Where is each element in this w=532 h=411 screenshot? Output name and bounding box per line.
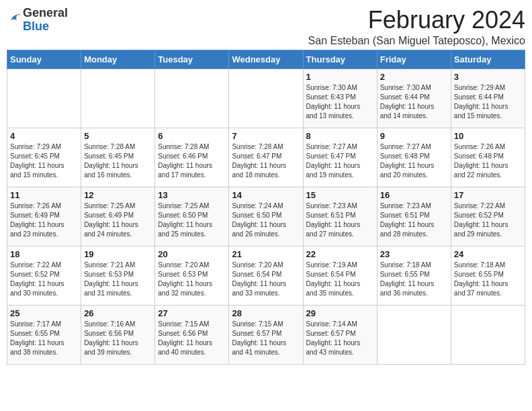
calendar-cell bbox=[7, 68, 81, 128]
day-of-week-header: Friday bbox=[377, 50, 451, 68]
day-info: Sunrise: 7:25 AMSunset: 6:50 PMDaylight:… bbox=[158, 201, 226, 239]
day-info: Sunrise: 7:28 AMSunset: 6:45 PMDaylight:… bbox=[84, 142, 152, 180]
day-number: 27 bbox=[158, 308, 226, 318]
calendar-week-row: 1Sunrise: 7:30 AMSunset: 6:43 PMDaylight… bbox=[7, 68, 525, 128]
day-info: Sunrise: 7:17 AMSunset: 6:55 PMDaylight:… bbox=[10, 320, 78, 357]
calendar-cell bbox=[155, 68, 229, 128]
day-of-week-header: Wednesday bbox=[229, 50, 303, 68]
calendar-cell: 22Sunrise: 7:19 AMSunset: 6:54 PMDayligh… bbox=[303, 246, 377, 305]
day-number: 12 bbox=[84, 190, 152, 200]
title-area: February 2024 San Esteban (San Miguel Ta… bbox=[68, 7, 525, 47]
calendar-cell: 6Sunrise: 7:28 AMSunset: 6:46 PMDaylight… bbox=[155, 128, 229, 187]
day-number: 10 bbox=[454, 131, 522, 141]
day-info: Sunrise: 7:26 AMSunset: 6:48 PMDaylight:… bbox=[454, 142, 522, 180]
day-of-week-header: Monday bbox=[81, 50, 155, 68]
day-info: Sunrise: 7:18 AMSunset: 6:55 PMDaylight:… bbox=[380, 261, 448, 298]
calendar-cell: 28Sunrise: 7:15 AMSunset: 6:57 PMDayligh… bbox=[229, 305, 303, 364]
day-number: 29 bbox=[306, 308, 374, 318]
day-of-week-header: Thursday bbox=[303, 50, 377, 68]
day-info: Sunrise: 7:15 AMSunset: 6:56 PMDaylight:… bbox=[158, 320, 226, 357]
day-info: Sunrise: 7:15 AMSunset: 6:57 PMDaylight:… bbox=[232, 320, 300, 357]
calendar-cell: 10Sunrise: 7:26 AMSunset: 6:48 PMDayligh… bbox=[451, 128, 525, 187]
month-title: February 2024 bbox=[81, 7, 525, 34]
day-number: 3 bbox=[454, 72, 522, 82]
calendar-cell: 25Sunrise: 7:17 AMSunset: 6:55 PMDayligh… bbox=[7, 305, 81, 364]
day-number: 14 bbox=[232, 190, 300, 200]
logo: General Blue bbox=[7, 7, 68, 34]
header: General Blue February 2024 San Esteban (… bbox=[7, 7, 525, 47]
day-number: 8 bbox=[306, 131, 374, 141]
day-number: 7 bbox=[232, 131, 300, 141]
calendar-week-row: 11Sunrise: 7:26 AMSunset: 6:49 PMDayligh… bbox=[7, 187, 525, 246]
day-info: Sunrise: 7:18 AMSunset: 6:55 PMDaylight:… bbox=[454, 261, 522, 298]
calendar-cell: 17Sunrise: 7:22 AMSunset: 6:52 PMDayligh… bbox=[451, 187, 525, 246]
logo-text: General Blue bbox=[23, 7, 68, 34]
day-info: Sunrise: 7:24 AMSunset: 6:50 PMDaylight:… bbox=[232, 201, 300, 239]
day-info: Sunrise: 7:29 AMSunset: 6:45 PMDaylight:… bbox=[10, 142, 78, 180]
day-number: 15 bbox=[306, 190, 374, 200]
day-info: Sunrise: 7:21 AMSunset: 6:53 PMDaylight:… bbox=[84, 261, 152, 298]
day-number: 1 bbox=[306, 72, 374, 82]
calendar-cell: 23Sunrise: 7:18 AMSunset: 6:55 PMDayligh… bbox=[377, 246, 451, 305]
day-info: Sunrise: 7:23 AMSunset: 6:51 PMDaylight:… bbox=[380, 201, 448, 239]
calendar-cell: 20Sunrise: 7:20 AMSunset: 6:53 PMDayligh… bbox=[155, 246, 229, 305]
calendar-cell: 12Sunrise: 7:25 AMSunset: 6:49 PMDayligh… bbox=[81, 187, 155, 246]
day-info: Sunrise: 7:27 AMSunset: 6:47 PMDaylight:… bbox=[306, 142, 374, 180]
calendar-cell: 4Sunrise: 7:29 AMSunset: 6:45 PMDaylight… bbox=[7, 128, 81, 187]
day-number: 4 bbox=[10, 131, 78, 141]
day-info: Sunrise: 7:22 AMSunset: 6:52 PMDaylight:… bbox=[10, 261, 78, 298]
calendar-cell: 19Sunrise: 7:21 AMSunset: 6:53 PMDayligh… bbox=[81, 246, 155, 305]
day-info: Sunrise: 7:30 AMSunset: 6:43 PMDaylight:… bbox=[306, 83, 374, 121]
day-info: Sunrise: 7:25 AMSunset: 6:49 PMDaylight:… bbox=[84, 201, 152, 239]
calendar-cell bbox=[451, 305, 525, 364]
calendar-header: SundayMondayTuesdayWednesdayThursdayFrid… bbox=[7, 50, 525, 68]
day-info: Sunrise: 7:29 AMSunset: 6:44 PMDaylight:… bbox=[454, 83, 522, 121]
calendar-body: 1Sunrise: 7:30 AMSunset: 6:43 PMDaylight… bbox=[7, 68, 525, 364]
day-info: Sunrise: 7:26 AMSunset: 6:49 PMDaylight:… bbox=[10, 201, 78, 239]
day-info: Sunrise: 7:22 AMSunset: 6:52 PMDaylight:… bbox=[454, 201, 522, 239]
calendar-cell: 29Sunrise: 7:14 AMSunset: 6:57 PMDayligh… bbox=[303, 305, 377, 364]
day-number: 22 bbox=[306, 249, 374, 259]
day-info: Sunrise: 7:16 AMSunset: 6:56 PMDaylight:… bbox=[84, 320, 152, 357]
calendar-cell: 24Sunrise: 7:18 AMSunset: 6:55 PMDayligh… bbox=[451, 246, 525, 305]
calendar-cell: 13Sunrise: 7:25 AMSunset: 6:50 PMDayligh… bbox=[155, 187, 229, 246]
day-number: 6 bbox=[158, 131, 226, 141]
calendar-cell bbox=[377, 305, 451, 364]
day-number: 20 bbox=[158, 249, 226, 259]
day-number: 26 bbox=[84, 308, 152, 318]
day-number: 11 bbox=[10, 190, 78, 200]
calendar-cell: 1Sunrise: 7:30 AMSunset: 6:43 PMDaylight… bbox=[303, 68, 377, 128]
day-number: 2 bbox=[380, 72, 448, 82]
calendar-week-row: 4Sunrise: 7:29 AMSunset: 6:45 PMDaylight… bbox=[7, 128, 525, 187]
calendar-week-row: 18Sunrise: 7:22 AMSunset: 6:52 PMDayligh… bbox=[7, 246, 525, 305]
calendar-cell: 9Sunrise: 7:27 AMSunset: 6:48 PMDaylight… bbox=[377, 128, 451, 187]
day-info: Sunrise: 7:19 AMSunset: 6:54 PMDaylight:… bbox=[306, 261, 374, 298]
days-of-week-row: SundayMondayTuesdayWednesdayThursdayFrid… bbox=[7, 50, 525, 68]
calendar-cell: 5Sunrise: 7:28 AMSunset: 6:45 PMDaylight… bbox=[81, 128, 155, 187]
calendar-cell: 15Sunrise: 7:23 AMSunset: 6:51 PMDayligh… bbox=[303, 187, 377, 246]
calendar-cell: 8Sunrise: 7:27 AMSunset: 6:47 PMDaylight… bbox=[303, 128, 377, 187]
day-number: 23 bbox=[380, 249, 448, 259]
day-info: Sunrise: 7:23 AMSunset: 6:51 PMDaylight:… bbox=[306, 201, 374, 239]
day-info: Sunrise: 7:28 AMSunset: 6:47 PMDaylight:… bbox=[232, 142, 300, 180]
day-number: 16 bbox=[380, 190, 448, 200]
calendar-cell: 3Sunrise: 7:29 AMSunset: 6:44 PMDaylight… bbox=[451, 68, 525, 128]
calendar-cell: 26Sunrise: 7:16 AMSunset: 6:56 PMDayligh… bbox=[81, 305, 155, 364]
calendar-cell: 16Sunrise: 7:23 AMSunset: 6:51 PMDayligh… bbox=[377, 187, 451, 246]
day-info: Sunrise: 7:28 AMSunset: 6:46 PMDaylight:… bbox=[158, 142, 226, 180]
day-number: 25 bbox=[10, 308, 78, 318]
day-number: 9 bbox=[380, 131, 448, 141]
day-info: Sunrise: 7:27 AMSunset: 6:48 PMDaylight:… bbox=[380, 142, 448, 180]
day-number: 28 bbox=[232, 308, 300, 318]
calendar-table: SundayMondayTuesdayWednesdayThursdayFrid… bbox=[7, 50, 525, 365]
day-of-week-header: Tuesday bbox=[155, 50, 229, 68]
calendar-cell bbox=[229, 68, 303, 128]
day-number: 19 bbox=[84, 249, 152, 259]
calendar-cell: 14Sunrise: 7:24 AMSunset: 6:50 PMDayligh… bbox=[229, 187, 303, 246]
location-subtitle: San Esteban (San Miguel Tateposco), Mexi… bbox=[81, 35, 525, 47]
calendar-cell: 18Sunrise: 7:22 AMSunset: 6:52 PMDayligh… bbox=[7, 246, 81, 305]
day-number: 21 bbox=[232, 249, 300, 259]
day-info: Sunrise: 7:20 AMSunset: 6:54 PMDaylight:… bbox=[232, 261, 300, 298]
calendar-cell: 27Sunrise: 7:15 AMSunset: 6:56 PMDayligh… bbox=[155, 305, 229, 364]
calendar-cell: 11Sunrise: 7:26 AMSunset: 6:49 PMDayligh… bbox=[7, 187, 81, 246]
